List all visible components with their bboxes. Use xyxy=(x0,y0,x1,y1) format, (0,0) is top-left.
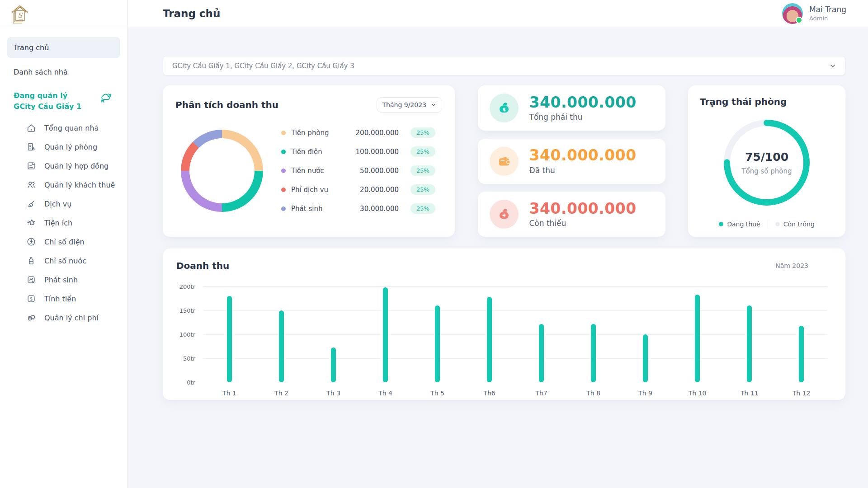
ytick-0: 0tr xyxy=(187,379,195,386)
month-filter-value: Tháng 9/2023 xyxy=(382,101,426,108)
sidebar-item-tenants[interactable]: Quản lý khách thuê xyxy=(0,175,127,194)
vacant-label: Còn trống xyxy=(783,221,815,228)
top-cards-row: Phân tích doanh thu Tháng 9/2023 Tiền ph… xyxy=(163,85,845,237)
ytick-200: 200tr xyxy=(179,283,195,290)
legend-percent-badge: 25% xyxy=(410,146,435,157)
bar-xlabel: Th 4 xyxy=(359,389,411,397)
legend-percent-badge: 25% xyxy=(410,184,435,195)
managing-property-name: GCity Cầu Giấy 1 xyxy=(14,101,81,112)
ytick-100: 100tr xyxy=(179,331,195,338)
room-status-title: Trạng thái phòng xyxy=(700,96,787,107)
billing-icon: $ xyxy=(26,294,36,304)
logo[interactable]: S HOME xyxy=(0,0,127,27)
month-filter-dropdown[interactable]: Tháng 9/2023 xyxy=(377,97,442,113)
sub-item-label: Dịch vụ xyxy=(44,200,71,208)
sidebar-item-utilities[interactable]: Tiện ích xyxy=(0,213,127,232)
sub-item-label: Quản lý phòng xyxy=(44,143,97,151)
sub-item-label: Chỉ số nước xyxy=(44,257,86,265)
bar xyxy=(747,305,752,382)
svg-text:HOME: HOME xyxy=(19,19,23,20)
chevron-down-icon xyxy=(431,102,436,108)
wallet-icon xyxy=(496,154,512,169)
sidebar-nav: Trang chủ Danh sách nhà Đang quản lý GCi… xyxy=(0,27,127,327)
expenses-icon xyxy=(26,313,36,323)
legend-label: Tiền điện xyxy=(291,148,344,156)
sidebar-item-contracts[interactable]: Quản lý hợp đồng xyxy=(0,156,127,175)
sidebar-item-label: Trang chủ xyxy=(14,43,49,52)
user-name: Mai Trang xyxy=(809,5,846,14)
vacant-dot xyxy=(775,222,780,226)
legend-percent-badge: 25% xyxy=(410,127,435,138)
contract-icon xyxy=(26,161,36,171)
bar xyxy=(539,324,544,382)
occupied-dot xyxy=(719,222,723,226)
sidebar-item-incidents[interactable]: Phát sinh xyxy=(0,270,127,289)
stat-card-total-receivable: $ 340.000.000 Tổng phải thu xyxy=(478,85,665,131)
main-area: Trang chủ Mai Trang Admin GCity Cầu Giấy… xyxy=(128,0,868,488)
stat-label: Còn thiếu xyxy=(529,219,637,228)
bar-xlabel: Th 5 xyxy=(411,389,463,397)
sidebar-managing-property[interactable]: Đang quản lý GCity Cầu Giấy 1 xyxy=(7,90,120,112)
sidebar-item-home[interactable]: Trang chủ xyxy=(7,37,120,58)
bar-chart-year-label: Năm 2023 xyxy=(775,262,832,269)
sync-property-icon[interactable] xyxy=(99,90,114,106)
sidebar-item-electric-meter[interactable]: Chỉ số điện xyxy=(0,232,127,251)
home-icon xyxy=(26,123,36,133)
ytick-50: 50tr xyxy=(183,355,195,362)
stat-value: 340.000.000 xyxy=(529,94,637,111)
bar xyxy=(695,295,700,382)
avatar[interactable] xyxy=(782,3,803,24)
stat-value: 340.000.000 xyxy=(529,201,637,217)
legend-row: Phí dịch vụ 20.000.000 25% xyxy=(281,184,442,195)
sub-item-label: Tổng quan nhà xyxy=(44,124,99,132)
sidebar-item-billing[interactable]: $ Tính tiền xyxy=(0,289,127,308)
bar-xlabel: Th 11 xyxy=(723,389,775,397)
revenue-bar-chart-card: Doanh thu Năm 2023 200tr 150tr 100tr 50t… xyxy=(163,249,845,400)
sidebar-item-overview[interactable]: Tổng quan nhà xyxy=(0,118,127,137)
sidebar-item-services[interactable]: Dịch vụ xyxy=(0,194,127,213)
stat-cards-column: $ 340.000.000 Tổng phải thu xyxy=(478,85,665,237)
sidebar-item-rooms[interactable]: Quản lý phòng xyxy=(0,137,127,156)
legend-label: Tiền nước xyxy=(291,167,344,175)
room-status-legend: Đang thuê Còn trống xyxy=(719,220,815,228)
room-status-card: Trạng thái phòng 75/100 Tổng số phòng Đa… xyxy=(688,85,845,237)
stat-card-collected: 340.000.000 Đã thu xyxy=(478,139,665,184)
stat-label: Tổng phải thu xyxy=(529,113,637,122)
broom-icon xyxy=(26,199,36,209)
money-bag-dollar-icon: $ xyxy=(496,100,512,116)
chevron-down-icon xyxy=(830,63,836,69)
legend-dot xyxy=(281,188,286,192)
sub-item-label: Quản lý hợp đồng xyxy=(44,162,108,170)
legend-percent-badge: 25% xyxy=(410,165,435,176)
sidebar-item-label: Danh sách nhà xyxy=(14,68,68,76)
incident-chart-icon xyxy=(26,275,36,285)
bar-chart-title: Doanh thu xyxy=(176,260,229,271)
user-menu[interactable]: Mai Trang Admin xyxy=(782,3,846,24)
bar xyxy=(799,326,804,382)
legend-percent-badge: 25% xyxy=(410,203,435,214)
sub-item-label: Quản lý chi phí xyxy=(44,314,99,322)
stat-card-outstanding: 340.000.000 Còn thiếu xyxy=(478,192,665,237)
bar xyxy=(643,334,648,382)
revenue-analysis-card: Phân tích doanh thu Tháng 9/2023 Tiền ph… xyxy=(163,85,455,237)
stat-value: 340.000.000 xyxy=(529,147,637,164)
bar-chart-plot: 200tr 150tr 100tr 50tr 0tr xyxy=(203,286,827,382)
legend-dot xyxy=(281,150,286,154)
legend-label: Tiền phòng xyxy=(291,129,344,137)
property-select[interactable]: GCity Cầu Giấy 1, GCity Cầu Giấy 2, GCit… xyxy=(163,56,845,75)
sidebar-item-house-list[interactable]: Danh sách nhà xyxy=(7,61,120,82)
sidebar-item-water-meter[interactable]: Chỉ số nước xyxy=(0,251,127,270)
sub-item-label: Tính tiền xyxy=(44,295,76,303)
bar-chart-xlabels: Th 1Th 2Th 3Th 4Th 5Th6Th7Th 8Th 9Th 10T… xyxy=(203,389,827,397)
legend-row: Tiền phòng 200.000.000 25% xyxy=(281,127,442,138)
legend-dot xyxy=(281,169,286,173)
sub-item-label: Quản lý khách thuê xyxy=(44,181,115,189)
bars-container xyxy=(203,286,827,382)
legend-value: 200.000.000 xyxy=(344,129,399,137)
sidebar-item-expenses[interactable]: Quản lý chi phí xyxy=(0,308,127,327)
room-status-ring-chart: 75/100 Tổng số phòng xyxy=(719,115,814,210)
bar xyxy=(383,287,388,382)
legend-label: Phát sinh xyxy=(291,205,344,213)
page-title: Trang chủ xyxy=(163,8,220,19)
bar-xlabel: Th 9 xyxy=(619,389,671,397)
